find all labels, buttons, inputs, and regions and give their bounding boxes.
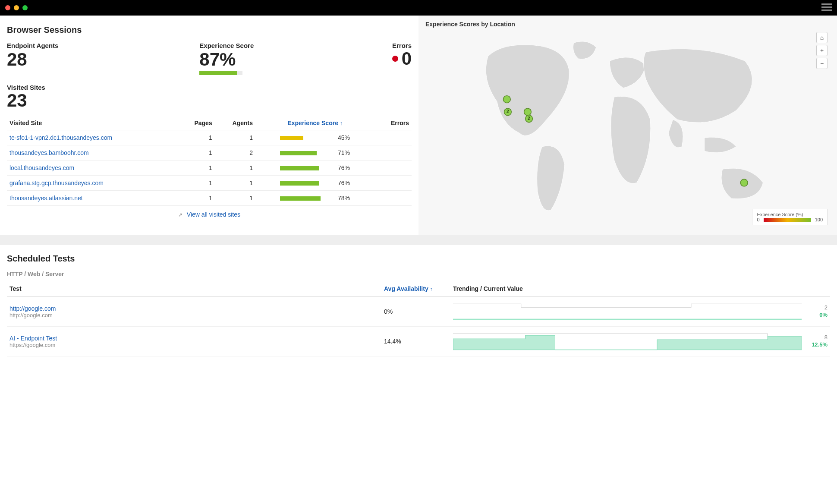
trending-values: 20% bbox=[804, 297, 830, 327]
window-close-icon[interactable] bbox=[5, 5, 10, 10]
experience-cell: 78% bbox=[255, 191, 374, 206]
avg-availability-cell: 0% bbox=[381, 297, 450, 327]
legend-min: 0 bbox=[757, 217, 759, 222]
agents-cell: 1 bbox=[215, 130, 255, 145]
pages-cell: 1 bbox=[178, 191, 215, 206]
metric-experience-score: Experience Score 87% bbox=[199, 42, 374, 75]
metric-endpoint-agents: Endpoint Agents 28 bbox=[7, 42, 182, 75]
metric-errors: Errors 0 bbox=[392, 42, 412, 75]
table-row: http://google.comhttp://google.com0%20% bbox=[7, 297, 830, 327]
window-maximize-icon[interactable] bbox=[22, 5, 28, 10]
map-marker-count: 2 bbox=[528, 116, 530, 121]
window-titlebar bbox=[0, 0, 837, 16]
view-all-visited-sites-link[interactable]: View all visited sites bbox=[187, 211, 240, 218]
pages-cell: 1 bbox=[178, 130, 215, 145]
experience-cell: 45% bbox=[255, 130, 374, 145]
map-location-marker[interactable] bbox=[740, 179, 748, 186]
metric-visited-sites: Visited Sites 23 bbox=[7, 84, 412, 110]
errors-cell bbox=[374, 130, 412, 145]
table-row: AI - Endpoint Testhttps://google.com14.4… bbox=[7, 327, 830, 356]
map-marker-count: 2 bbox=[507, 109, 509, 114]
map-title: Experience Scores by Location bbox=[425, 21, 830, 28]
scheduled-tests-table: Test Avg Availability ↑ Trending / Curre… bbox=[7, 281, 830, 356]
map-panel: Experience Scores by Location bbox=[418, 16, 837, 235]
sort-ascending-icon: ↑ bbox=[430, 286, 433, 292]
map-location-marker[interactable] bbox=[503, 96, 510, 103]
visited-site-link[interactable]: thousandeyes.bamboohr.com bbox=[9, 149, 89, 156]
avg-availability-cell: 14.4% bbox=[381, 327, 450, 356]
metric-label: Endpoint Agents bbox=[7, 42, 182, 49]
table-row: thousandeyes.atlassian.net11 78% bbox=[7, 191, 412, 206]
table-row: grafana.stg.gcp.thousandeyes.com11 76% bbox=[7, 176, 412, 191]
trending-values: 812.5% bbox=[804, 327, 830, 356]
visited-sites-table: Visited Site Pages Agents Experience Sco… bbox=[7, 116, 412, 206]
col-test[interactable]: Test bbox=[7, 281, 381, 297]
metric-label: Experience Score bbox=[199, 42, 374, 49]
visited-site-link[interactable]: grafana.stg.gcp.thousandeyes.com bbox=[9, 180, 104, 186]
col-pages[interactable]: Pages bbox=[178, 116, 215, 130]
col-experience-score[interactable]: Experience Score ↑ bbox=[255, 116, 374, 130]
pages-cell: 1 bbox=[178, 176, 215, 191]
trending-sparkline[interactable] bbox=[450, 327, 804, 356]
visited-site-link[interactable]: local.thousandeyes.com bbox=[9, 164, 74, 171]
metric-value: 87% bbox=[199, 50, 374, 69]
pages-cell: 1 bbox=[178, 161, 215, 176]
test-name-link[interactable]: AI - Endpoint Test bbox=[9, 335, 379, 342]
visited-site-link[interactable]: te-sfo1-1-vpn2.dc1.thousandeyes.com bbox=[9, 134, 112, 141]
test-subtitle: https://google.com bbox=[9, 342, 379, 348]
error-status-dot-icon bbox=[392, 56, 398, 62]
external-link-icon: ↗ bbox=[178, 212, 183, 218]
errors-cell bbox=[374, 145, 412, 161]
test-name-link[interactable]: http://google.com bbox=[9, 305, 379, 312]
section-divider bbox=[0, 235, 837, 245]
test-subtitle: http://google.com bbox=[9, 312, 379, 318]
errors-cell bbox=[374, 191, 412, 206]
map-location-marker[interactable] bbox=[524, 108, 532, 116]
browser-sessions-panel: Browser Sessions Endpoint Agents 28 Expe… bbox=[0, 16, 418, 235]
metric-value: 28 bbox=[7, 50, 182, 69]
sort-ascending-icon: ↑ bbox=[340, 120, 343, 126]
scheduled-tests-title: Scheduled Tests bbox=[7, 254, 830, 264]
col-visited-site[interactable]: Visited Site bbox=[7, 116, 178, 130]
col-avg-availability[interactable]: Avg Availability ↑ bbox=[381, 281, 450, 297]
experience-cell: 76% bbox=[255, 176, 374, 191]
pages-cell: 1 bbox=[178, 145, 215, 161]
map-zoom-in-button[interactable]: + bbox=[816, 45, 828, 56]
experience-cell: 71% bbox=[255, 145, 374, 161]
scheduled-tests-panel: Scheduled Tests HTTP / Web / Server Test… bbox=[0, 245, 837, 369]
trending-sparkline[interactable] bbox=[450, 297, 804, 327]
agents-cell: 1 bbox=[215, 176, 255, 191]
agents-cell: 1 bbox=[215, 161, 255, 176]
col-trending[interactable]: Trending / Current Value bbox=[450, 281, 804, 297]
map-legend: Experience Score (%) 0 100 bbox=[752, 209, 828, 225]
agents-cell: 1 bbox=[215, 191, 255, 206]
col-agents[interactable]: Agents bbox=[215, 116, 255, 130]
window-minimize-icon[interactable] bbox=[14, 5, 19, 10]
table-row: te-sfo1-1-vpn2.dc1.thousandeyes.com11 45… bbox=[7, 130, 412, 145]
legend-title: Experience Score (%) bbox=[757, 212, 823, 217]
window-traffic-lights bbox=[5, 5, 28, 10]
agents-cell: 2 bbox=[215, 145, 255, 161]
world-map[interactable]: 22 ⌂ + − Experience Score (%) 0 100 bbox=[425, 29, 830, 228]
metric-value: 23 bbox=[7, 91, 412, 110]
experience-score-bar bbox=[199, 71, 242, 75]
errors-cell bbox=[374, 161, 412, 176]
browser-sessions-title: Browser Sessions bbox=[7, 25, 412, 35]
scheduled-tests-subheading: HTTP / Web / Server bbox=[7, 271, 830, 277]
legend-max: 100 bbox=[815, 217, 823, 222]
map-zoom-out-button[interactable]: − bbox=[816, 58, 828, 69]
metric-value: 0 bbox=[402, 49, 412, 68]
table-row: local.thousandeyes.com11 76% bbox=[7, 161, 412, 176]
table-row: thousandeyes.bamboohr.com12 71% bbox=[7, 145, 412, 161]
hamburger-menu-button[interactable] bbox=[821, 3, 832, 11]
experience-cell: 76% bbox=[255, 161, 374, 176]
legend-gradient-icon bbox=[764, 218, 811, 222]
col-errors[interactable]: Errors bbox=[374, 116, 412, 130]
visited-site-link[interactable]: thousandeyes.atlassian.net bbox=[9, 195, 83, 202]
metric-label: Visited Sites bbox=[7, 84, 412, 91]
errors-cell bbox=[374, 176, 412, 191]
map-home-button[interactable]: ⌂ bbox=[816, 32, 828, 43]
